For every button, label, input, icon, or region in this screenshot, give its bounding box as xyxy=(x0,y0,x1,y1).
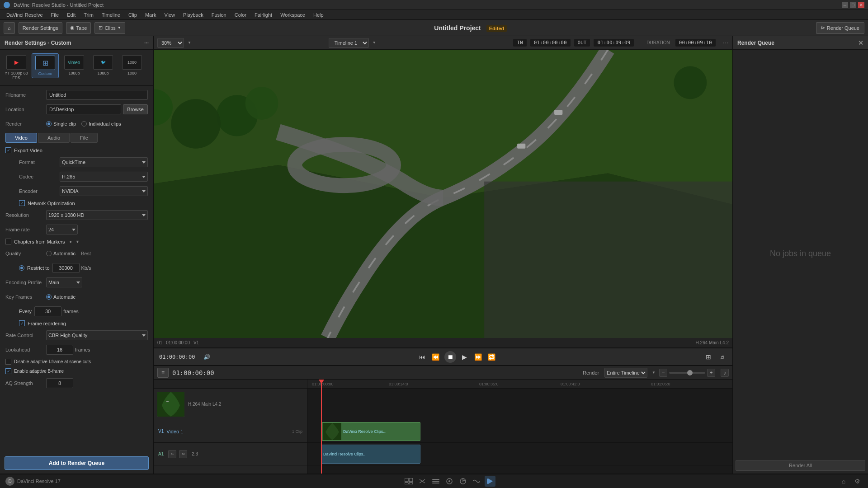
key-frames-every-input[interactable] xyxy=(34,306,61,316)
render-settings-button[interactable]: Render Settings xyxy=(19,22,62,34)
color-icon[interactable] xyxy=(458,476,468,487)
zoom-select[interactable]: 30% 50% 100% xyxy=(157,38,184,48)
export-video-checkbox[interactable]: ✓ xyxy=(5,147,11,153)
browse-button[interactable]: Browse xyxy=(123,104,148,114)
tape-button[interactable]: ◉ Tape xyxy=(66,22,91,34)
enable-bframe-row: ✓ Enable adaptive B-frame xyxy=(5,368,148,374)
preset-yt1080p60[interactable]: ▶ YT 1080p 60FPS xyxy=(3,53,30,82)
solo-button[interactable]: S xyxy=(168,450,176,458)
minimize-button[interactable]: ─ xyxy=(842,2,848,8)
location-input[interactable] xyxy=(46,104,121,114)
tab-video[interactable]: Video xyxy=(5,133,37,143)
render-queue-close-icon[interactable]: ✕ xyxy=(858,39,863,47)
clip-codec-label: H.264 Main L4.2 xyxy=(188,402,221,407)
timeline-select[interactable]: Timeline 1 xyxy=(329,38,369,48)
play-pause-button[interactable]: ⏹ xyxy=(444,351,456,363)
settings-icon[interactable]: ⚙ xyxy=(852,476,863,487)
maximize-button[interactable]: □ xyxy=(850,2,856,8)
tab-audio[interactable]: Audio xyxy=(38,133,70,143)
menu-trim[interactable]: Trim xyxy=(80,11,97,19)
format-select[interactable]: QuickTime xyxy=(60,157,148,167)
resolution-row: Resolution 868 x 488 HD xyxy=(5,210,148,221)
audio-button[interactable]: ♬ xyxy=(717,352,727,362)
restrict-radio[interactable] xyxy=(19,265,24,271)
frame-reordering-checkbox[interactable]: ✓ xyxy=(19,320,25,326)
step-back-button[interactable]: ⏪ xyxy=(431,352,441,362)
video-clip[interactable]: DaVinci Resolve Clips... xyxy=(321,422,420,441)
encoder-select[interactable]: NVIDIA xyxy=(60,186,148,196)
aq-strength-input[interactable] xyxy=(46,378,73,388)
toolbar-home-button[interactable]: ⌂ xyxy=(4,22,15,34)
cut-icon[interactable] xyxy=(417,476,428,487)
menu-workspace[interactable]: Workspace xyxy=(277,11,309,19)
single-clip-radio[interactable] xyxy=(46,121,52,127)
menu-file[interactable]: File xyxy=(47,11,63,19)
skip-to-start-button[interactable]: ⏮ xyxy=(417,352,427,362)
play-button[interactable]: ▶ xyxy=(460,352,470,362)
timeline-list-view-button[interactable]: ≡ xyxy=(157,368,169,378)
filename-input[interactable] xyxy=(46,90,148,100)
media-pool-icon[interactable] xyxy=(403,476,414,487)
fusion-icon[interactable] xyxy=(444,476,455,487)
render-queue-button[interactable]: ⊳ Render Queue xyxy=(816,22,864,34)
panel-options-button[interactable]: ··· xyxy=(144,40,149,46)
preset-custom[interactable]: ⊞ Custom xyxy=(32,53,59,78)
audio-clip[interactable]: DaVinci Resolve Clips... xyxy=(321,445,420,464)
menu-timeline[interactable]: Timeline xyxy=(98,11,124,19)
render-all-button[interactable]: Render All xyxy=(736,460,865,471)
network-opt-checkbox[interactable]: ✓ xyxy=(19,200,25,206)
rate-control-select[interactable]: CBR High Quality xyxy=(46,330,148,340)
deliver-icon[interactable] xyxy=(485,476,495,487)
menu-edit[interactable]: Edit xyxy=(63,11,79,19)
enable-bframe-checkbox[interactable]: ✓ xyxy=(5,368,11,374)
preview-toolbar: 30% 50% 100% ▼ Timeline 1 ▼ IN 01:00:00:… xyxy=(154,36,732,50)
encoding-profile-select[interactable]: Main xyxy=(46,277,82,287)
zoom-slider[interactable] xyxy=(669,372,705,374)
render-range-select[interactable]: Entire Timeline xyxy=(604,368,647,378)
zoom-thumb[interactable] xyxy=(687,370,693,375)
preset-1080p-1[interactable]: 🐦 1080p xyxy=(90,53,117,77)
quality-auto-radio[interactable] xyxy=(46,251,52,256)
restrict-value-input[interactable] xyxy=(52,263,80,273)
key-frames-auto-option[interactable]: Automatic xyxy=(46,294,75,300)
fairlight-icon[interactable] xyxy=(471,476,482,487)
disable-iframe-checkbox[interactable] xyxy=(5,359,11,365)
menu-fusion[interactable]: Fusion xyxy=(208,11,230,19)
add-to-render-queue-button[interactable]: Add to Render Queue xyxy=(5,456,149,470)
individual-clips-radio[interactable] xyxy=(81,121,87,127)
loop-button[interactable]: 🔁 xyxy=(487,352,497,362)
menu-playback[interactable]: Playback xyxy=(179,11,207,19)
close-button[interactable]: ✕ xyxy=(858,2,864,8)
zoom-minus-button[interactable]: − xyxy=(659,369,667,377)
preset-vimeo[interactable]: vimeo 1080p xyxy=(61,53,88,77)
more-options-icon[interactable]: ··· xyxy=(723,39,729,47)
render-single-clip-option[interactable]: Single clip xyxy=(46,121,76,127)
edit-icon[interactable] xyxy=(430,476,441,487)
menu-fairlight[interactable]: Fairlight xyxy=(251,11,276,19)
mute-button[interactable]: M xyxy=(179,450,187,458)
menu-view[interactable]: View xyxy=(160,11,179,19)
menu-color[interactable]: Color xyxy=(231,11,250,19)
menu-davinci-resolve[interactable]: DaVinci Resolve xyxy=(3,11,47,19)
lookahead-input[interactable] xyxy=(46,345,73,355)
menu-mark[interactable]: Mark xyxy=(142,11,160,19)
chapters-checkbox[interactable] xyxy=(5,239,11,244)
tab-file[interactable]: File xyxy=(71,133,98,143)
frame-rate-select[interactable]: 24 xyxy=(46,225,78,235)
step-forward-button[interactable]: ⏩ xyxy=(473,352,483,362)
menu-clip[interactable]: Clip xyxy=(125,11,141,19)
render-individual-clips-option[interactable]: Individual clips xyxy=(81,121,121,127)
clips-button[interactable]: ⊡ Clips ▼ xyxy=(94,22,125,34)
zoom-plus-button[interactable]: + xyxy=(707,369,715,377)
quality-auto-option[interactable]: Automatic xyxy=(46,251,75,256)
volume-icon[interactable]: 🔊 xyxy=(203,354,210,360)
home-icon[interactable]: ⌂ xyxy=(838,476,849,487)
encoder-row: Encoder NVIDIA xyxy=(5,186,148,197)
key-frames-auto-radio[interactable] xyxy=(46,294,52,300)
codec-select[interactable]: H.265 xyxy=(60,172,148,182)
resolution-select[interactable]: 868 x 488 HD xyxy=(46,210,148,220)
audio-toggle-button[interactable]: ♪ xyxy=(721,369,729,377)
menu-help[interactable]: Help xyxy=(310,11,327,19)
preset-1080p-2[interactable]: 1080 1080 xyxy=(118,53,146,77)
fullscreen-button[interactable]: ⊞ xyxy=(703,352,713,362)
